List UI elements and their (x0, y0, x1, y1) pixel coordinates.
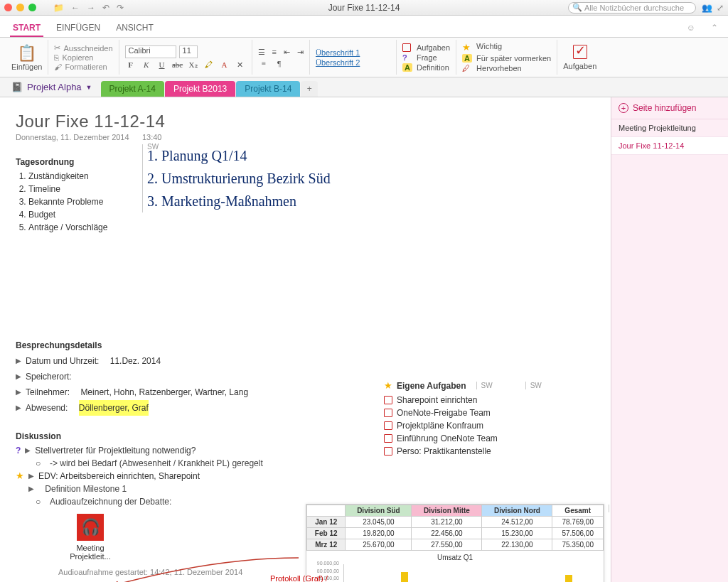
agenda-item[interactable]: Zuständigkeiten (28, 170, 136, 183)
section-b2013[interactable]: Projekt B2013 (165, 81, 235, 97)
strike-button[interactable]: abc (172, 60, 183, 70)
tasks-tag-icon[interactable] (402, 43, 411, 52)
collapse-ribbon-icon[interactable]: ⌃ (708, 20, 721, 37)
search-input[interactable]: 🔍 Alle Notizbücher durchsuche (568, 2, 696, 14)
agenda-list[interactable]: Zuständigkeiten Timeline Bekannte Proble… (16, 170, 136, 234)
search-placeholder: Alle Notizbücher durchsuche (584, 4, 684, 12)
checkbox-icon[interactable] (384, 396, 392, 404)
col-header: Gesamt (552, 505, 604, 517)
page-date: Donnerstag, 11. Dezember 2014 13:40 (16, 133, 595, 141)
notebook-icon: 📓 (11, 82, 23, 92)
highlight-tag[interactable]: Hervorheben (476, 64, 551, 72)
zoom-icon[interactable] (28, 4, 36, 11)
task-item[interactable]: Einführung OneNote Team (384, 432, 542, 445)
indent-button[interactable]: ⇥ (297, 48, 304, 57)
agenda-item[interactable]: Bekannte Probleme (28, 195, 136, 208)
style-h1[interactable]: Überschrift 1 (316, 48, 390, 57)
tasks-pane-icon[interactable]: ✓ (573, 45, 587, 59)
outdent-button[interactable]: ⇤ (284, 48, 290, 57)
forward-icon[interactable]: → (87, 3, 95, 13)
italic-button[interactable]: K (141, 60, 152, 70)
discussion-item[interactable]: ★▶EDV: Arbeitsbereich einrichten, Sharep… (16, 470, 595, 483)
fontsize-select[interactable]: 11 (179, 45, 198, 58)
paste-button[interactable]: Einfügen (11, 63, 42, 71)
details-heading: Besprechungsdetails (16, 340, 595, 350)
cut-button[interactable]: Ausschneiden (63, 44, 112, 53)
remember-tag-icon: A (462, 54, 472, 63)
undo-icon[interactable]: ↶ (102, 3, 109, 13)
tab-view[interactable]: ANSICHT (113, 20, 156, 37)
folder-icon[interactable]: 📁 (53, 3, 64, 13)
bullets-button[interactable]: ☰ (258, 48, 265, 57)
add-section-button[interactable]: + (301, 81, 318, 97)
important-tag[interactable]: Wichtig (476, 42, 551, 53)
discussion-sub[interactable]: ▶ Definition Milestone 1 (16, 483, 595, 495)
checkbox-icon[interactable] (384, 409, 392, 417)
sw-badge: SW (147, 143, 159, 151)
agenda-item[interactable]: Timeline (28, 183, 136, 195)
details-datetime[interactable]: ▶Datum und Uhrzeit: 11.Dez. 2014 (16, 353, 595, 369)
tab-insert[interactable]: EINFÜGEN (53, 20, 103, 37)
fontcolor-button[interactable]: A (219, 60, 230, 70)
page-title[interactable]: Jour Fixe 11-12-14 (16, 112, 595, 131)
fullscreen-icon[interactable]: ⤢ (717, 3, 724, 13)
close-icon[interactable] (4, 4, 12, 11)
task-item[interactable]: Sharepoint einrichten (384, 394, 542, 406)
tab-start[interactable]: START (10, 20, 43, 37)
copy-button[interactable]: Kopieren (62, 53, 93, 62)
notebook-bar: 📓 Projekt Alpha ▼ Projekt A-14 Projekt B… (0, 77, 728, 97)
tasks-tag[interactable]: Aufgaben (417, 43, 450, 52)
star-icon: ★ (16, 470, 24, 483)
copy-icon[interactable]: ⎘ (54, 53, 59, 62)
highlight-button[interactable]: 🖍 (203, 60, 215, 70)
task-item[interactable]: OneNote-Freigabe Team (384, 406, 542, 419)
subscript-button[interactable]: X₂ (188, 60, 199, 70)
format-painter-icon[interactable]: 🖌 (54, 63, 62, 71)
minimize-icon[interactable] (16, 4, 24, 11)
note-canvas[interactable]: Jour Fixe 11-12-14 Donnerstag, 11. Dezem… (0, 97, 611, 582)
discussion-sub[interactable]: ○ -> wird bei Bedarf (Abwesenheit / Kran… (16, 457, 595, 470)
tasks-container[interactable]: ★ Eigene Aufgaben SW SW Sharepoint einri… (384, 380, 542, 458)
page-item[interactable]: Meeting Projektleitung (611, 119, 728, 137)
font-select[interactable]: Calibri (125, 45, 176, 58)
highlight-tag-icon: 🖊 (462, 64, 473, 72)
agenda-item[interactable]: Anträge / Vorschläge (28, 221, 136, 234)
style-h2[interactable]: Überschrift 2 (316, 58, 390, 67)
share-icon[interactable]: 👥 (702, 3, 712, 13)
protokoll-label: Protokoll (Graf) / (270, 574, 328, 582)
titlebar: 📁 ← → ↶ ↷ Jour Fixe 11-12-14 🔍 Alle Noti… (0, 0, 728, 16)
add-page-button[interactable]: + Seite hinzufügen (611, 97, 728, 119)
back-icon[interactable]: ← (71, 3, 80, 13)
align-left-button[interactable]: ≡ (258, 59, 269, 68)
checkbox-icon[interactable] (384, 447, 392, 456)
remember-tag[interactable]: Für später vormerken (476, 54, 551, 63)
paragraph-button[interactable]: ¶ (274, 59, 285, 68)
tasks-pane-button[interactable]: Aufgaben (563, 62, 596, 70)
bold-button[interactable]: F (125, 60, 136, 70)
notebook-selector[interactable]: 📓 Projekt Alpha ▼ (6, 82, 98, 92)
tasks-heading: Eigene Aufgaben (397, 381, 466, 391)
section-a14[interactable]: Projekt A-14 (101, 81, 164, 97)
task-item[interactable]: Perso: Praktikantenstelle (384, 445, 542, 458)
agenda-item[interactable]: Budget (28, 208, 136, 221)
underline-button[interactable]: U (156, 60, 168, 70)
page-item[interactable]: Jour Fixe 11-12-14 (611, 137, 728, 155)
task-item[interactable]: Projektpläne Konfraum (384, 419, 542, 432)
ribbon: 📋 Einfügen ✂Ausschneiden ⎘Kopieren 🖌Form… (0, 38, 728, 77)
sw-badge: SW (525, 382, 542, 389)
question-tag[interactable]: Frage (417, 53, 450, 62)
emoji-icon[interactable]: ☺ (684, 20, 698, 37)
cut-icon[interactable]: ✂ (54, 43, 60, 53)
format-button[interactable]: Formatieren (65, 63, 107, 71)
page-list-pane: + Seite hinzufügen Meeting Projektleitun… (611, 97, 728, 582)
definition-tag[interactable]: Definition (417, 63, 450, 72)
excel-embed[interactable]: SW Division Süd Division Mitte Division … (306, 504, 604, 582)
section-b14[interactable]: Projekt B-14 (236, 81, 300, 97)
numbering-button[interactable]: ≡ (272, 48, 277, 57)
checkbox-icon[interactable] (384, 421, 392, 430)
clear-format-button[interactable]: ✕ (235, 60, 246, 70)
ink-container[interactable]: SW 1. Planung Q1/14 2. Umstrukturierung … (142, 144, 455, 212)
checkbox-icon[interactable] (384, 434, 392, 443)
redo-icon[interactable]: ↷ (117, 3, 124, 13)
excel-table: Division Süd Division Mitte Division Nor… (306, 505, 604, 551)
